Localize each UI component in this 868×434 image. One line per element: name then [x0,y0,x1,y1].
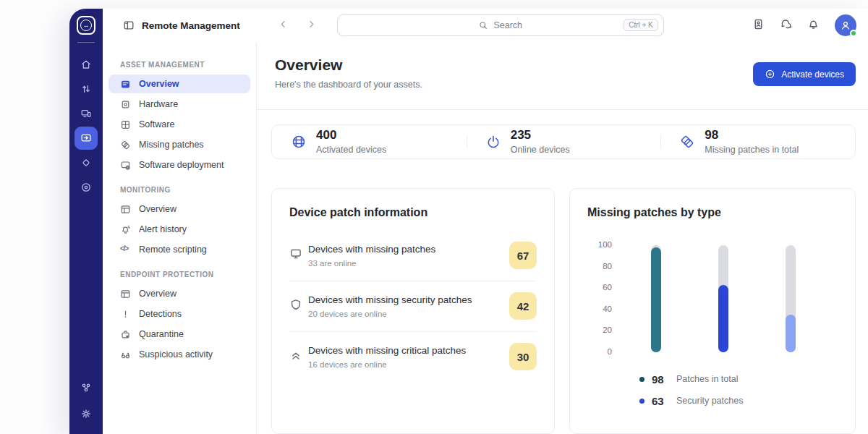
missing-patches-chart-card: Missing patches by type 100806040200 98P… [569,188,856,434]
activate-devices-button[interactable]: Activate devices [753,62,856,86]
legend-row-patches-in-total: 98Patches in total [639,368,838,390]
avatar[interactable] [835,14,856,36]
sidebar-item-remote-scripting[interactable]: </>Remote scripting [109,240,250,259]
patch-icon [120,140,131,150]
sidebar-item-hardware[interactable]: Hardware [109,95,250,114]
devices-icon [80,108,92,119]
dashboard-icon [120,204,131,215]
sidebar-item-label: Alert history [139,224,187,234]
panel-icon [123,20,135,31]
activated-devices-icon [291,134,307,150]
rail-item-transfer[interactable] [75,77,98,101]
y-tick-label: 60 [603,283,612,292]
chevrons-up-icon [289,349,302,362]
rail-item-devices[interactable] [75,102,98,125]
quarantine-icon [120,329,131,340]
rail-item-settings-gear[interactable] [75,402,98,425]
device-auth-button[interactable] [752,18,765,33]
bar-critical-patches [786,245,796,352]
remote-management-icon [80,132,92,144]
stat-missing-patches-in-total: 98Missing patches in total [660,125,855,158]
search-icon [478,20,488,30]
bar-patches-in-total [651,245,661,352]
back-button[interactable] [278,19,289,33]
page-title: Overview [275,56,422,74]
search-input[interactable]: Search Ctrl + K [337,14,664,36]
tag-icon [80,157,92,169]
rail-item-user-nodes[interactable] [75,376,98,399]
online-status-dot [850,30,857,37]
sidebar-item-detections[interactable]: Detections [109,305,250,323]
header-divider [257,109,868,110]
y-tick-label: 100 [598,240,612,249]
legend-row-security-patches: 63Security patches [639,390,838,412]
patch-row-subtitle: 16 devices are online [308,360,501,369]
bar-chart: 100806040200 [587,245,838,352]
chat-button[interactable] [780,18,792,33]
sidebar-item-overview[interactable]: Overview [109,75,250,93]
legend-label: Security patches [676,396,743,406]
sidebar-item-suspicious-activity[interactable]: Suspicious activity [109,345,250,364]
bell-button[interactable] [807,18,820,33]
section-label-endpoint-protection: ENDPOINT PROTECTION [109,271,250,278]
chat-icon [780,18,792,30]
sidebar: ASSET MANAGEMENTOverviewHardwareSoftware… [103,42,257,434]
sidebar-item-software[interactable]: Software [109,115,250,134]
monitor-icon [289,247,302,260]
sidebar-item-label: Overview [139,204,176,214]
stat-online-devices: 235Online devices [467,125,661,158]
sidebar-item-alert-history[interactable]: Alert history [109,220,250,239]
alert-icon [120,224,131,235]
patch-row-devices-with-missing-critical-patches: Devices with missing critical patches16 … [289,332,537,382]
stat-label: Activated devices [316,145,386,155]
patch-icon [679,134,695,150]
sidebar-item-label: Remote scripting [139,244,207,255]
rail-item-service-camera[interactable] [75,176,98,199]
sidebar-item-label: Detections [139,309,182,319]
app-window: ↔ Remote Management Search Ctrl + K [69,9,868,434]
stat-label: Online devices [511,145,570,155]
sidebar-item-label: Software [139,119,174,129]
teamviewer-logo-icon: ↔ [77,16,95,35]
count-badge: 67 [509,242,537,269]
sidebar-item-software-deployment[interactable]: Software deployment [109,156,250,174]
dashboard-icon [120,289,131,299]
sidebar-item-label: Overview [139,289,176,299]
rail-item-tag[interactable] [75,151,98,174]
rail-item-remote-management[interactable] [75,127,98,150]
legend-label: Patches in total [676,374,738,384]
detections-icon [120,309,131,320]
section-label-monitoring: MONITORING [109,186,250,194]
sidebar-item-overview[interactable]: Overview [109,284,250,303]
stats-card: 400Activated devices235Online devices98M… [271,124,856,159]
legend-dot [639,399,644,404]
home-icon [80,59,92,70]
sidebar-item-overview[interactable]: Overview [109,200,250,218]
chart-title: Missing patches by type [587,206,838,219]
settings-gear-icon [80,408,92,420]
rail-item-home[interactable] [75,53,98,76]
shield-icon [289,298,302,311]
legend-value: 63 [652,395,669,407]
service-camera-icon [80,182,92,193]
code-icon: </> [120,244,131,255]
stat-label: Missing patches in total [705,145,799,155]
patch-card-title: Device patch information [289,206,537,219]
chevron-left-icon [278,19,289,30]
transfer-icon [80,83,92,95]
patch-row-title: Devices with missing patches [308,243,501,256]
rail-divider [77,42,95,43]
stat-activated-devices: 400Activated devices [272,125,467,158]
page-subtitle: Here's the dashboard of your assets. [275,80,422,90]
sidebar-item-quarantine[interactable]: Quarantine [109,325,250,344]
search-shortcut-badge: Ctrl + K [624,19,658,31]
sidebar-item-missing-patches[interactable]: Missing patches [109,135,250,154]
forward-button[interactable] [306,19,317,33]
patch-row-devices-with-missing-security-patches: Devices with missing security patches20 … [289,281,537,332]
glasses-icon [120,349,131,360]
device-patch-card: Device patch information Devices with mi… [271,188,555,434]
power-icon [485,134,501,150]
sidebar-item-label: Hardware [139,99,178,109]
bar-security-patches [718,245,728,352]
search-placeholder: Search [493,20,522,30]
